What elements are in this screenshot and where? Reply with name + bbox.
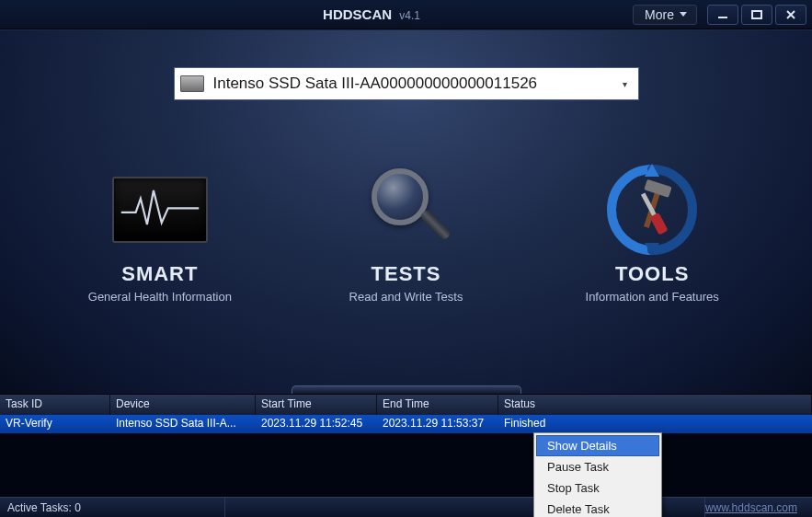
table-header: Task ID Device Start Time End Time Statu… xyxy=(0,395,812,415)
chevron-down-icon xyxy=(680,12,687,17)
app-title: HDDSCAN v4.1 xyxy=(110,6,633,22)
minimize-button[interactable] xyxy=(707,5,738,25)
col-task[interactable]: Task ID xyxy=(0,395,110,415)
tools-title: TOOLS xyxy=(546,262,758,286)
smart-subtitle: General Health Information xyxy=(54,290,266,304)
tests-title: TESTS xyxy=(300,262,511,286)
drive-icon xyxy=(175,68,210,99)
titlebar: HDDSCAN v4.1 More xyxy=(0,0,812,29)
tests-button[interactable]: TESTS Read and Write Tests xyxy=(300,168,511,304)
splitter-handle[interactable] xyxy=(292,385,521,394)
drive-selector[interactable]: Intenso SSD Sata III-AA00000000000001152… xyxy=(174,67,639,100)
ctx-pause-task[interactable]: Pause Task xyxy=(536,456,659,477)
app-name: HDDSCAN xyxy=(323,6,392,22)
tests-subtitle: Read and Write Tests xyxy=(300,290,511,304)
chevron-down-icon[interactable]: ▾ xyxy=(612,79,638,89)
smart-button[interactable]: SMART General Health Information xyxy=(54,168,266,304)
status-bar: Active Tasks: 0 www.hddscan.com xyxy=(0,497,812,517)
website-link[interactable]: www.hddscan.com xyxy=(705,501,812,514)
cell-start: 2023.11.29 11:52:45 xyxy=(256,415,377,433)
cell-end: 2023.11.29 11:53:37 xyxy=(377,415,498,433)
context-menu: Show Details Pause Task Stop Task Delete… xyxy=(533,432,662,517)
tools-subtitle: Information and Features xyxy=(546,290,758,304)
smart-title: SMART xyxy=(54,262,266,286)
smart-monitor-icon xyxy=(112,177,208,243)
svg-rect-9 xyxy=(650,213,669,236)
col-status[interactable]: Status xyxy=(498,395,812,415)
app-version: v4.1 xyxy=(399,9,420,22)
maximize-button[interactable] xyxy=(741,5,772,25)
close-button[interactable] xyxy=(775,5,806,25)
col-end[interactable]: End Time xyxy=(377,395,498,415)
col-device[interactable]: Device xyxy=(110,395,256,415)
more-button[interactable]: More xyxy=(633,5,697,25)
magnifier-icon xyxy=(364,168,447,251)
svg-rect-1 xyxy=(752,11,761,18)
ctx-delete-task[interactable]: Delete Task xyxy=(536,499,659,517)
cell-device: Intenso SSD Sata III-A... xyxy=(110,415,256,433)
active-tasks-label: Active Tasks: 0 xyxy=(0,498,225,517)
tools-icon xyxy=(601,164,703,256)
cell-task: VR-Verify xyxy=(0,415,110,433)
main-panel: Intenso SSD Sata III-AA00000000000001152… xyxy=(0,29,812,394)
ctx-stop-task[interactable]: Stop Task xyxy=(536,477,659,499)
ctx-show-details[interactable]: Show Details xyxy=(536,435,659,456)
tools-button[interactable]: TOOLS Information and Features xyxy=(546,168,758,304)
col-start[interactable]: Start Time xyxy=(256,395,377,415)
more-label: More xyxy=(645,7,674,22)
cell-status: Finished xyxy=(498,415,812,433)
drive-selected-text: Intenso SSD Sata III-AA00000000000001152… xyxy=(210,69,612,98)
table-row[interactable]: VR-Verify Intenso SSD Sata III-A... 2023… xyxy=(0,415,812,433)
task-list: Task ID Device Start Time End Time Statu… xyxy=(0,394,812,497)
